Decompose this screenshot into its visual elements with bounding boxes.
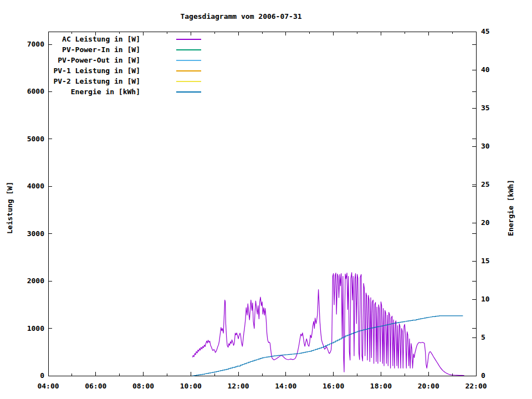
y-left-tick-label: 1000	[16, 324, 44, 333]
y-right-tick-label: 0	[481, 371, 503, 380]
y-left-tick-label: 0	[16, 371, 44, 380]
y-right-tick-label: 30	[481, 142, 503, 151]
legend-item-label: PV-Power-Out in [W]	[50, 56, 140, 65]
legend-color-swatch	[176, 81, 201, 82]
y-left-tick-label: 2000	[16, 277, 44, 285]
legend-item-label: Energie in [kWh]	[50, 88, 140, 96]
y-right-tick-label: 5	[481, 333, 503, 342]
y-axis-left-label: Leistung [W]	[6, 182, 14, 234]
y-left-tick-label: 3000	[16, 229, 44, 238]
x-tick-label: 22:00	[461, 382, 492, 391]
y-axis-right-label: Energie [kWh]	[507, 180, 515, 236]
y-left-tick-label: 5000	[16, 135, 44, 144]
y-right-tick-label: 15	[481, 257, 503, 265]
x-tick-label: 20:00	[413, 382, 444, 391]
series-ac-leistung-in-w	[192, 273, 464, 376]
y-right-tick-label: 45	[481, 27, 503, 36]
legend-item-label: AC Leistung in [W]	[50, 35, 140, 44]
legend-item-label: PV-1 Leistung in [W]	[50, 66, 140, 75]
y-left-tick-label: 7000	[16, 40, 44, 49]
legend-color-swatch	[176, 60, 201, 61]
x-tick-label: 10:00	[175, 382, 206, 391]
x-tick-label: 16:00	[318, 382, 349, 391]
y-right-tick-label: 25	[481, 180, 503, 189]
x-tick-label: 08:00	[128, 382, 159, 391]
legend-color-swatch	[176, 49, 201, 50]
x-tick-label: 06:00	[80, 382, 111, 391]
legend-color-swatch	[176, 39, 201, 40]
y-right-tick-label: 35	[481, 104, 503, 112]
x-tick-label: 18:00	[365, 382, 396, 391]
y-right-tick-label: 40	[481, 65, 503, 74]
x-tick-label: 14:00	[270, 382, 301, 391]
y-right-tick-label: 20	[481, 218, 503, 227]
legend-color-swatch	[176, 70, 201, 71]
legend-item-label: PV-Power-In in [W]	[50, 45, 140, 54]
chart-title: Tagesdiagramm vom 2006-07-31	[180, 12, 301, 21]
y-left-tick-label: 6000	[16, 87, 44, 96]
series-energie-in-kwh	[192, 316, 463, 376]
legend-color-swatch	[176, 91, 201, 93]
y-right-tick-label: 10	[481, 295, 503, 304]
x-tick-label: 04:00	[33, 382, 64, 391]
x-tick-label: 12:00	[223, 382, 254, 391]
daily-pv-chart: Tagesdiagramm vom 2006-07-31 Leistung [W…	[0, 0, 532, 399]
legend-item-label: PV-2 Leistung in [W]	[50, 77, 140, 86]
y-left-tick-label: 4000	[16, 182, 44, 191]
